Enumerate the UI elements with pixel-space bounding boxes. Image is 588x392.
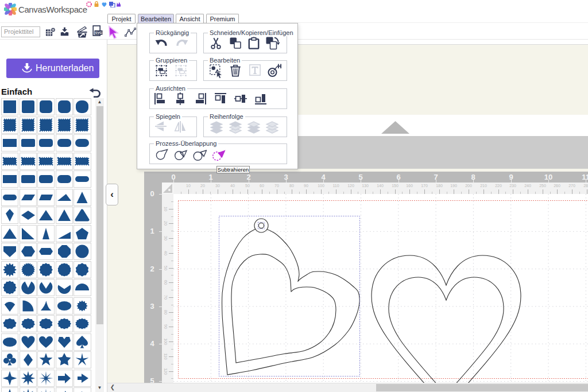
svg-text:SVG: SVG bbox=[95, 31, 102, 34]
